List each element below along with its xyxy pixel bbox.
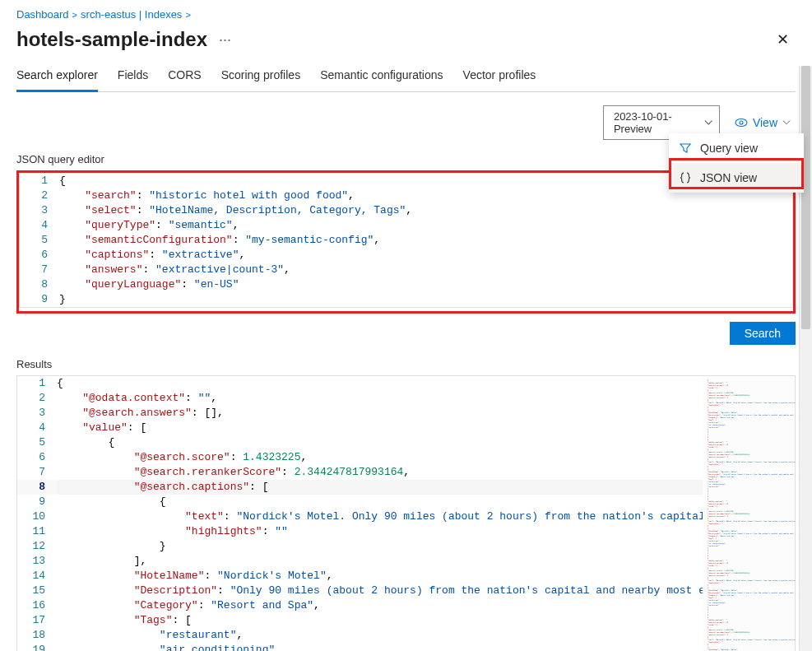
api-version-value: 2023-10-01-Preview	[614, 110, 698, 135]
results-label: Results	[16, 358, 796, 370]
svg-point-0	[735, 119, 747, 127]
page-title: hotels-sample-index	[16, 28, 207, 51]
tab-cors[interactable]: CORS	[168, 60, 201, 92]
tab-fields[interactable]: Fields	[118, 60, 148, 92]
view-menu: Query view JSON view	[669, 133, 804, 193]
close-button[interactable]: ✕	[770, 27, 796, 52]
eye-icon	[735, 116, 748, 129]
chevron-down-icon	[782, 119, 791, 127]
tab-vector-profiles[interactable]: Vector profiles	[463, 60, 536, 92]
menu-item-label: JSON view	[700, 171, 757, 184]
more-actions-button[interactable]: ···	[211, 31, 239, 49]
braces-icon	[680, 172, 691, 184]
scrollbar-thumb[interactable]	[801, 66, 810, 329]
tab-bar: Search explorer Fields CORS Scoring prof…	[16, 60, 796, 92]
results-editor[interactable]: 1{2 "@odata.context": "",3 "@search.answ…	[16, 375, 796, 651]
breadcrumb-link[interactable]: Dashboard	[16, 8, 69, 21]
menu-item-label: Query view	[700, 142, 758, 155]
filter-icon	[680, 142, 691, 154]
search-button[interactable]: Search	[730, 322, 796, 345]
view-dropdown-button[interactable]: View	[730, 112, 796, 133]
svg-point-1	[740, 121, 743, 124]
chevron-right-icon: >	[185, 10, 190, 20]
json-query-editor[interactable]: 1{2 "search": "historic hotel with good …	[19, 173, 793, 308]
tab-search-explorer[interactable]: Search explorer	[16, 60, 98, 92]
breadcrumb-link[interactable]: srch-eastus | Indexes	[81, 8, 182, 21]
tab-scoring-profiles[interactable]: Scoring profiles	[221, 60, 301, 92]
minimap[interactable]: { "@odata.context": "", "@search.answers…	[703, 376, 795, 651]
view-menu-json-view[interactable]: JSON view	[669, 163, 804, 193]
breadcrumb: Dashboard > srch-eastus | Indexes >	[16, 0, 796, 26]
chevron-down-icon	[704, 119, 712, 127]
view-menu-query-view[interactable]: Query view	[669, 133, 804, 163]
tab-semantic-configurations[interactable]: Semantic configurations	[320, 60, 443, 92]
chevron-right-icon: >	[72, 10, 77, 20]
view-button-label: View	[753, 116, 777, 129]
